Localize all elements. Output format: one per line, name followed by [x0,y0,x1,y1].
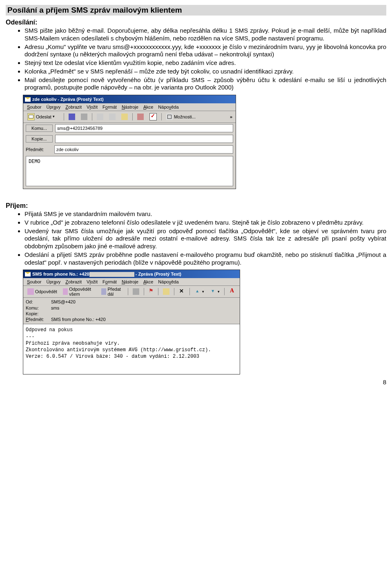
menu-help[interactable]: Nápověda [156,104,180,110]
mail-icon [25,97,31,102]
separator [92,113,92,120]
move-icon [163,288,169,295]
send-button[interactable]: Odeslat [25,112,62,122]
toolbar: Odpovědět Odpovědět všem Předat dál ▾ ▾ [23,286,240,298]
reply-all-icon [63,288,68,295]
print-icon [133,288,139,295]
read-window-screenshot: SMS from phone No.: +420 - Zpráva (Prost… [23,270,240,374]
menu-actions[interactable]: Akce [141,104,155,110]
redacted-number [106,317,151,322]
redacted-number [76,300,120,305]
menu-format[interactable]: Formát [100,104,119,110]
print-button[interactable] [130,287,142,296]
save-button[interactable] [66,112,78,121]
menu-help[interactable]: Nápověda [156,279,180,285]
menu-bar: Soubor Úpravy Zobrazit Vložit Formát Nás… [23,278,240,286]
list-item: Adresu „Komu" vyplňte ve tvaru sms@+xxxx… [24,43,386,59]
chevron-down-icon [53,114,59,120]
options-button[interactable]: Možnosti... [164,112,198,121]
reply-all-button-label: Odpovědět všem [69,287,96,296]
up-arrow-icon [194,288,201,295]
from-label: Od: [26,299,49,305]
cc-button[interactable]: Kopie... [26,135,53,143]
subject-value: SMS from phone No.: +420 [51,317,151,322]
subject-field[interactable]: zde cokoliv [54,145,233,154]
from-value: SMS@+420 [51,299,120,305]
page-number: 8 [6,379,386,386]
menu-file[interactable]: Soubor [25,279,43,285]
forward-button-label: Předat dál [107,287,123,296]
menu-insert[interactable]: Vložit [85,279,100,285]
checknames-button[interactable] [147,112,159,122]
addressbook-icon [137,114,144,120]
paste-icon [121,114,128,120]
list-item: Uvedený tvar SMS čísla umožňuje jak využ… [24,227,386,250]
menu-view[interactable]: Zobrazit [63,279,84,285]
menu-tools[interactable]: Nástroje [120,104,140,110]
redacted-number [89,272,134,277]
to-field[interactable]: sms@+420123456789 [55,124,233,132]
flag-button[interactable] [146,287,156,296]
menu-bar: Soubor Úpravy Zobrazit Vložit Formát Nás… [23,103,236,111]
cc-field[interactable] [55,135,233,143]
menu-insert[interactable]: Vložit [85,104,100,110]
mail-icon [25,272,31,276]
paste-button[interactable] [119,112,130,121]
cc-label: Kopie: [26,311,49,316]
separator [174,288,174,295]
menu-edit[interactable]: Úpravy [44,104,62,110]
previous-button[interactable]: ▾ [192,287,207,296]
toolbar-overflow[interactable]: » [228,114,234,119]
check-icon [149,113,157,120]
reply-button-label: Odpovědět [35,289,57,294]
to-label: Komu: [26,305,49,310]
window-titlebar: SMS from phone No.: +420 - Zpráva (Prost… [23,270,240,278]
receiving-bullet-list: Přijatá SMS je ve standardním mailovém t… [6,210,386,266]
cut-icon [97,114,103,120]
message-body[interactable]: Odpoved na pokus --- Příchozí zpráva neo… [23,324,240,374]
to-value: sms [51,305,59,310]
section-heading: Posílání a příjem SMS zpráv mailovým kli… [6,5,386,16]
to-button[interactable]: Komu... [26,125,53,132]
sending-subheading: Odesílání: [6,19,386,26]
options-icon [166,114,173,120]
copy-button[interactable] [107,112,118,121]
addressbook-button[interactable] [135,112,146,121]
window-title: SMS from phone No.: +420 - Zpráva (Prost… [32,272,181,277]
flag-icon [149,288,154,295]
menu-file[interactable]: Soubor [25,104,43,110]
menu-actions[interactable]: Akce [141,279,155,285]
subject-label: Předmět: [26,146,52,153]
print-button[interactable] [78,112,90,121]
down-arrow-icon [210,288,216,295]
menu-view[interactable]: Zobrazit [63,104,84,110]
reply-icon [27,288,34,295]
reply-all-button[interactable]: Odpovědět všem [60,285,98,298]
forward-button[interactable]: Předat dál [99,285,126,298]
window-title: zde cokoliv - Zpráva (Prostý Text) [32,97,104,102]
separator [128,288,128,295]
options-button-label: Možnosti... [174,114,196,119]
move-button[interactable] [160,287,172,296]
sending-bullet-list: SMS pište jako běžný e-mail. Doporučujem… [6,27,386,91]
list-item: Mail odesílejte pomocí nově vytvořeného … [24,76,386,92]
window-titlebar: zde cokoliv - Zpráva (Prostý Text) [23,95,236,103]
compose-window-screenshot: zde cokoliv - Zpráva (Prostý Text) Soubo… [23,95,236,189]
font-icon [229,288,236,295]
print-icon [81,114,87,120]
menu-tools[interactable]: Nástroje [120,279,140,285]
cut-button[interactable] [94,112,106,121]
menu-edit[interactable]: Úpravy [44,279,62,285]
menu-format[interactable]: Formát [100,279,119,285]
reply-button[interactable]: Odpovědět [25,287,60,296]
delete-button[interactable] [176,287,187,296]
list-item: Přijatá SMS je ve standardním mailovém t… [24,210,386,218]
separator [158,288,158,295]
forward-icon [101,288,106,295]
next-button[interactable]: ▾ [207,287,222,296]
separator [189,288,190,295]
font-button[interactable] [227,287,238,296]
separator [224,288,225,295]
message-body[interactable]: DEMO [26,156,233,186]
subject-label: Předmět: [26,317,49,322]
